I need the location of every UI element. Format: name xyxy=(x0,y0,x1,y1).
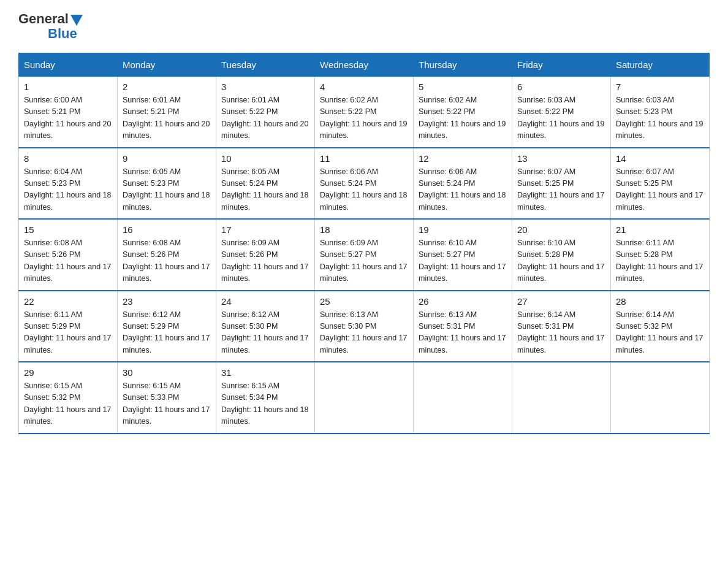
day-cell: 13Sunrise: 6:07 AMSunset: 5:25 PMDayligh… xyxy=(512,148,611,220)
day-cell: 28Sunrise: 6:14 AMSunset: 5:32 PMDayligh… xyxy=(611,291,710,362)
day-cell: 11Sunrise: 6:06 AMSunset: 5:24 PMDayligh… xyxy=(315,148,414,220)
week-row-3: 15Sunrise: 6:08 AMSunset: 5:26 PMDayligh… xyxy=(19,219,710,291)
day-number: 16 xyxy=(123,224,211,235)
day-info: Sunrise: 6:03 AMSunset: 5:23 PMDaylight:… xyxy=(616,94,704,142)
day-info: Sunrise: 6:14 AMSunset: 5:31 PMDaylight:… xyxy=(517,309,605,357)
day-info: Sunrise: 6:06 AMSunset: 5:24 PMDaylight:… xyxy=(320,166,408,214)
day-number: 18 xyxy=(320,224,408,235)
day-cell: 30Sunrise: 6:15 AMSunset: 5:33 PMDayligh… xyxy=(118,362,216,434)
day-cell xyxy=(414,362,512,434)
header-friday: Friday xyxy=(512,53,611,77)
day-info: Sunrise: 6:00 AMSunset: 5:21 PMDaylight:… xyxy=(24,94,112,142)
day-info: Sunrise: 6:11 AMSunset: 5:29 PMDaylight:… xyxy=(24,309,112,357)
day-number: 30 xyxy=(123,367,211,378)
day-number: 9 xyxy=(123,153,211,164)
day-number: 28 xyxy=(616,296,704,307)
day-cell: 31Sunrise: 6:15 AMSunset: 5:34 PMDayligh… xyxy=(216,362,315,434)
day-info: Sunrise: 6:10 AMSunset: 5:28 PMDaylight:… xyxy=(517,237,605,285)
day-number: 1 xyxy=(24,82,112,92)
day-number: 27 xyxy=(517,296,605,307)
header-wednesday: Wednesday xyxy=(315,53,414,77)
day-cell: 12Sunrise: 6:06 AMSunset: 5:24 PMDayligh… xyxy=(414,148,512,220)
day-info: Sunrise: 6:14 AMSunset: 5:32 PMDaylight:… xyxy=(616,309,704,357)
day-info: Sunrise: 6:13 AMSunset: 5:31 PMDaylight:… xyxy=(419,309,507,357)
day-info: Sunrise: 6:15 AMSunset: 5:33 PMDaylight:… xyxy=(123,380,211,428)
day-info: Sunrise: 6:02 AMSunset: 5:22 PMDaylight:… xyxy=(419,94,507,142)
day-cell: 26Sunrise: 6:13 AMSunset: 5:31 PMDayligh… xyxy=(414,291,512,362)
day-info: Sunrise: 6:09 AMSunset: 5:26 PMDaylight:… xyxy=(221,237,309,285)
day-number: 26 xyxy=(419,296,507,307)
day-number: 23 xyxy=(123,296,211,307)
day-number: 3 xyxy=(221,82,309,92)
day-cell xyxy=(611,362,710,434)
logo: General Blue xyxy=(18,12,85,42)
header-thursday: Thursday xyxy=(414,53,512,77)
header-tuesday: Tuesday xyxy=(216,53,315,77)
day-number: 8 xyxy=(24,153,112,164)
day-number: 21 xyxy=(616,224,704,235)
day-cell: 29Sunrise: 6:15 AMSunset: 5:32 PMDayligh… xyxy=(19,362,118,434)
day-info: Sunrise: 6:04 AMSunset: 5:23 PMDaylight:… xyxy=(24,166,112,214)
day-number: 10 xyxy=(221,153,309,164)
day-number: 24 xyxy=(221,296,309,307)
day-cell: 4Sunrise: 6:02 AMSunset: 5:22 PMDaylight… xyxy=(315,77,414,148)
day-info: Sunrise: 6:03 AMSunset: 5:22 PMDaylight:… xyxy=(517,94,605,142)
day-info: Sunrise: 6:02 AMSunset: 5:22 PMDaylight:… xyxy=(320,94,408,142)
day-number: 31 xyxy=(221,367,309,378)
day-info: Sunrise: 6:15 AMSunset: 5:32 PMDaylight:… xyxy=(24,380,112,428)
day-number: 5 xyxy=(419,82,507,92)
day-cell: 5Sunrise: 6:02 AMSunset: 5:22 PMDaylight… xyxy=(414,77,512,148)
day-cell: 2Sunrise: 6:01 AMSunset: 5:21 PMDaylight… xyxy=(118,77,216,148)
day-cell: 18Sunrise: 6:09 AMSunset: 5:27 PMDayligh… xyxy=(315,219,414,291)
day-number: 13 xyxy=(517,153,605,164)
day-number: 6 xyxy=(517,82,605,92)
day-number: 14 xyxy=(616,153,704,164)
header-monday: Monday xyxy=(118,53,216,77)
day-info: Sunrise: 6:09 AMSunset: 5:27 PMDaylight:… xyxy=(320,237,408,285)
day-cell: 24Sunrise: 6:12 AMSunset: 5:30 PMDayligh… xyxy=(216,291,315,362)
day-cell: 8Sunrise: 6:04 AMSunset: 5:23 PMDaylight… xyxy=(19,148,118,220)
day-cell: 23Sunrise: 6:12 AMSunset: 5:29 PMDayligh… xyxy=(118,291,216,362)
calendar-body: 1Sunrise: 6:00 AMSunset: 5:21 PMDaylight… xyxy=(19,77,710,434)
week-row-5: 29Sunrise: 6:15 AMSunset: 5:32 PMDayligh… xyxy=(19,362,710,434)
day-number: 2 xyxy=(123,82,211,92)
day-cell: 14Sunrise: 6:07 AMSunset: 5:25 PMDayligh… xyxy=(611,148,710,220)
day-cell: 7Sunrise: 6:03 AMSunset: 5:23 PMDaylight… xyxy=(611,77,710,148)
day-info: Sunrise: 6:12 AMSunset: 5:29 PMDaylight:… xyxy=(123,309,211,357)
day-info: Sunrise: 6:12 AMSunset: 5:30 PMDaylight:… xyxy=(221,309,309,357)
page-header: General Blue xyxy=(18,12,710,42)
day-number: 29 xyxy=(24,367,112,378)
day-info: Sunrise: 6:05 AMSunset: 5:24 PMDaylight:… xyxy=(221,166,309,214)
day-cell: 6Sunrise: 6:03 AMSunset: 5:22 PMDaylight… xyxy=(512,77,611,148)
day-cell: 9Sunrise: 6:05 AMSunset: 5:23 PMDaylight… xyxy=(118,148,216,220)
header-sunday: Sunday xyxy=(19,53,118,77)
week-row-1: 1Sunrise: 6:00 AMSunset: 5:21 PMDaylight… xyxy=(19,77,710,148)
day-info: Sunrise: 6:07 AMSunset: 5:25 PMDaylight:… xyxy=(616,166,704,214)
day-cell: 16Sunrise: 6:08 AMSunset: 5:26 PMDayligh… xyxy=(118,219,216,291)
day-number: 19 xyxy=(419,224,507,235)
day-number: 12 xyxy=(419,153,507,164)
day-cell: 22Sunrise: 6:11 AMSunset: 5:29 PMDayligh… xyxy=(19,291,118,362)
day-number: 4 xyxy=(320,82,408,92)
day-cell: 21Sunrise: 6:11 AMSunset: 5:28 PMDayligh… xyxy=(611,219,710,291)
day-info: Sunrise: 6:13 AMSunset: 5:30 PMDaylight:… xyxy=(320,309,408,357)
day-number: 25 xyxy=(320,296,408,307)
calendar-header: SundayMondayTuesdayWednesdayThursdayFrid… xyxy=(19,53,710,77)
day-info: Sunrise: 6:01 AMSunset: 5:21 PMDaylight:… xyxy=(123,94,211,142)
day-cell: 10Sunrise: 6:05 AMSunset: 5:24 PMDayligh… xyxy=(216,148,315,220)
day-number: 7 xyxy=(616,82,704,92)
day-cell xyxy=(512,362,611,434)
day-info: Sunrise: 6:01 AMSunset: 5:22 PMDaylight:… xyxy=(221,94,309,142)
header-row: SundayMondayTuesdayWednesdayThursdayFrid… xyxy=(19,53,710,77)
day-cell: 15Sunrise: 6:08 AMSunset: 5:26 PMDayligh… xyxy=(19,219,118,291)
day-cell: 3Sunrise: 6:01 AMSunset: 5:22 PMDaylight… xyxy=(216,77,315,148)
day-info: Sunrise: 6:15 AMSunset: 5:34 PMDaylight:… xyxy=(221,380,309,428)
day-cell: 19Sunrise: 6:10 AMSunset: 5:27 PMDayligh… xyxy=(414,219,512,291)
day-info: Sunrise: 6:07 AMSunset: 5:25 PMDaylight:… xyxy=(517,166,605,214)
logo-triangle-icon xyxy=(70,15,83,26)
day-number: 11 xyxy=(320,153,408,164)
calendar-table: SundayMondayTuesdayWednesdayThursdayFrid… xyxy=(18,53,710,434)
day-number: 17 xyxy=(221,224,309,235)
day-number: 20 xyxy=(517,224,605,235)
day-cell: 1Sunrise: 6:00 AMSunset: 5:21 PMDaylight… xyxy=(19,77,118,148)
